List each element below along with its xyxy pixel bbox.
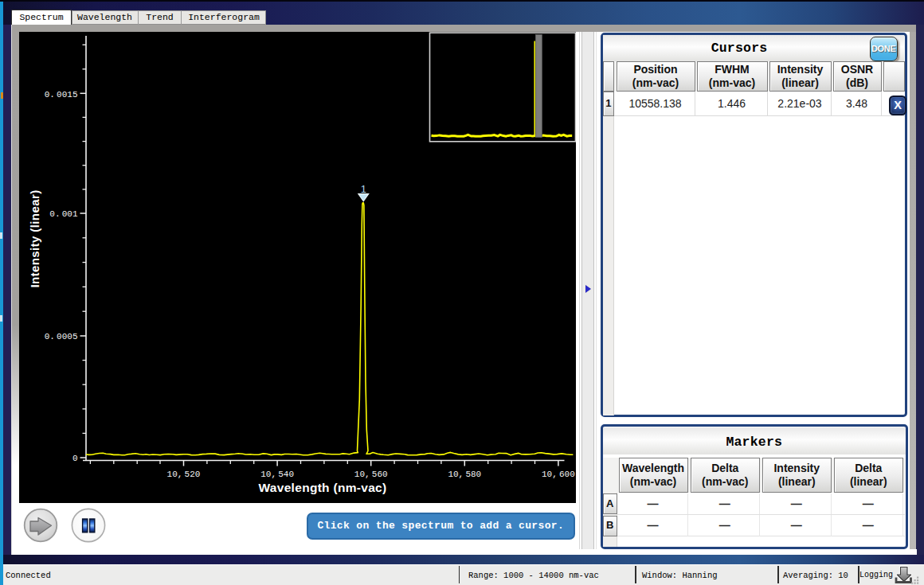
svg-text:0. 0015: 0. 0015 xyxy=(45,90,78,99)
svg-text:0. 001: 0. 001 xyxy=(49,209,78,219)
svg-text:0. 0005: 0. 0005 xyxy=(45,332,78,341)
svg-text:10, 600: 10, 600 xyxy=(542,470,575,479)
svg-text:10, 560: 10, 560 xyxy=(354,470,388,479)
svg-text:10, 540: 10, 540 xyxy=(260,470,294,479)
svg-text:10, 580: 10, 580 xyxy=(448,470,481,479)
svg-text:1: 1 xyxy=(361,183,366,195)
svg-text:Wavelength (nm-vac): Wavelength (nm-vac) xyxy=(258,481,386,494)
svg-text:Intensity (linear): Intensity (linear) xyxy=(28,189,41,287)
svg-text:10, 520: 10, 520 xyxy=(167,470,201,479)
svg-text:0: 0 xyxy=(72,454,78,463)
